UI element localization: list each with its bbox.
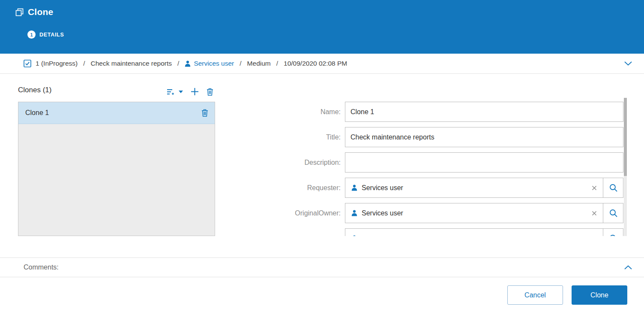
search-originalowner-button[interactable]	[603, 203, 623, 223]
title-label: Title:	[215, 133, 341, 141]
originalowner-picker[interactable]: Services user	[345, 203, 603, 223]
person-icon	[351, 235, 357, 236]
name-input[interactable]	[345, 102, 623, 122]
clones-toolbar	[166, 86, 214, 97]
clone-dialog: Clone 1 DETAILS 1 (InProgress) / Check m…	[0, 0, 644, 305]
clone-form: Name: Title: Description:	[215, 86, 644, 236]
breadcrumb-separator: /	[276, 60, 278, 67]
form-row-originalowner: OriginalOwner: Services user	[215, 203, 623, 223]
dialog-footer: Cancel Clone	[0, 277, 644, 305]
case-info-bar: 1 (InProgress) / Check maintenance repor…	[0, 54, 644, 74]
clone-list-item[interactable]: Clone 1	[18, 102, 215, 124]
case-priority: Medium	[247, 60, 271, 67]
breadcrumb-separator: /	[177, 60, 179, 67]
form-scrollbar[interactable]	[624, 98, 627, 236]
originalowner-label: OriginalOwner:	[215, 209, 341, 217]
clone-list: Clone 1	[18, 102, 215, 236]
clones-panel: Clones (1)	[18, 86, 215, 236]
assignee-name: Services user	[194, 60, 234, 67]
breadcrumb-separator: /	[83, 60, 85, 67]
search-requester-button[interactable]	[603, 178, 623, 198]
person-icon	[185, 61, 191, 67]
add-clone-icon[interactable]	[190, 87, 200, 97]
case-datetime: 10/09/2020 02:08 PM	[284, 60, 347, 67]
person-icon	[351, 210, 357, 216]
delete-clones-icon[interactable]	[206, 87, 214, 97]
breadcrumb-separator: /	[240, 60, 241, 67]
form-row-title: Title:	[215, 127, 623, 147]
clear-originalowner-icon[interactable]	[591, 210, 598, 217]
search-partial-button[interactable]	[603, 228, 623, 236]
clones-panel-title: Clones (1)	[18, 86, 51, 94]
main-content: Clones (1)	[0, 74, 644, 236]
task-name: Check maintenance reports	[91, 60, 172, 67]
form-row-partial	[215, 228, 623, 236]
person-icon	[351, 185, 357, 191]
description-input[interactable]	[345, 152, 623, 173]
assignee-link[interactable]: Services user	[185, 60, 234, 67]
step-number-badge: 1	[27, 30, 36, 39]
title-input[interactable]	[345, 127, 623, 147]
form-row-description: Description:	[215, 152, 623, 173]
wizard-step-details[interactable]: 1 DETAILS	[27, 30, 644, 39]
step-label: DETAILS	[39, 32, 64, 38]
clear-partial-icon[interactable]	[591, 235, 598, 236]
filter-clones-icon[interactable]	[166, 88, 175, 96]
dialog-title: Clone	[28, 7, 53, 17]
clone-item-label: Clone 1	[25, 109, 49, 117]
requester-label: Requester:	[215, 184, 341, 192]
name-label: Name:	[215, 108, 341, 116]
form-viewport: Name: Title: Description:	[215, 102, 623, 236]
clones-panel-header: Clones (1)	[18, 86, 215, 102]
description-label: Description:	[215, 159, 341, 167]
dialog-header: Clone 1 DETAILS	[0, 0, 644, 54]
clone-icon	[15, 8, 24, 16]
form-scrollbar-thumb[interactable]	[624, 98, 627, 176]
cancel-button[interactable]: Cancel	[507, 285, 563, 305]
clone-button[interactable]: Clone	[572, 285, 627, 305]
form-row-name: Name:	[215, 102, 623, 122]
requester-picker[interactable]: Services user	[345, 178, 603, 198]
collapse-comments-icon[interactable]	[624, 265, 632, 270]
comments-section: Comments:	[0, 258, 644, 277]
partial-user-picker[interactable]	[345, 228, 603, 236]
comments-label: Comments:	[24, 264, 59, 271]
originalowner-value: Services user	[362, 209, 587, 217]
delete-clone-item-icon[interactable]	[201, 108, 209, 118]
task-check-icon	[24, 60, 31, 67]
case-number: 1 (InProgress)	[36, 60, 78, 67]
clear-requester-icon[interactable]	[591, 185, 598, 191]
collapse-case-info-icon[interactable]	[624, 61, 632, 66]
filter-dropdown-caret-icon[interactable]	[178, 90, 184, 94]
dialog-title-row: Clone	[15, 0, 644, 17]
requester-value: Services user	[362, 184, 587, 192]
form-row-requester: Requester: Services user	[215, 178, 623, 198]
